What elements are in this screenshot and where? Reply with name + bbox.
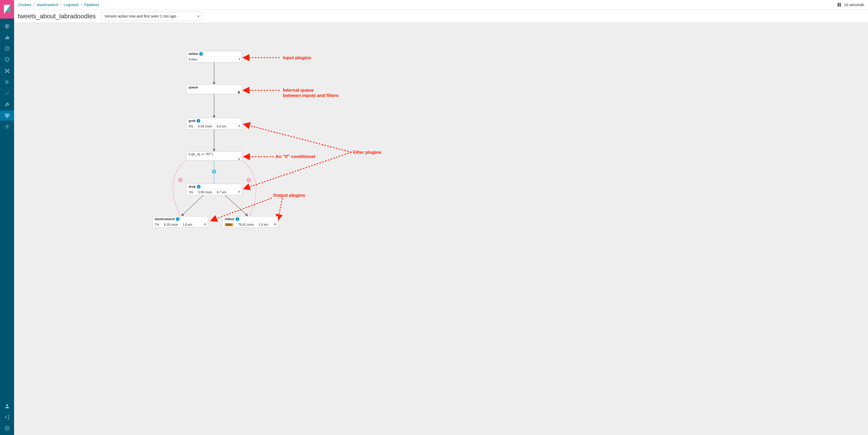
nav-monitoring[interactable]: [0, 111, 14, 121]
svg-rect-15: [6, 82, 9, 82]
node-twitter[interactable]: twitteri 6.0e/sI: [186, 51, 242, 62]
pause-button[interactable]: [838, 3, 841, 7]
nav-graph[interactable]: [0, 66, 14, 76]
node-elasticsearch[interactable]: elasticsearchi 7% 6.26 ms/e 1.6 e/s O: [152, 216, 208, 227]
crumb-pipelines[interactable]: Pipelines: [84, 3, 99, 7]
stat-eps: 1.6 e/s: [258, 223, 268, 226]
condition-type-icon: Y: [238, 157, 240, 161]
nav-management[interactable]: [0, 122, 14, 132]
stat-pct: 1%: [189, 190, 193, 194]
refresh-interval[interactable]: 10 seconds: [844, 2, 864, 7]
annotation-queue-2: between inputs and filters: [283, 93, 339, 98]
stat-pct: 86%: [225, 223, 233, 226]
svg-point-8: [7, 59, 8, 60]
svg-point-17: [5, 94, 6, 95]
node-grok[interactable]: groki 0% 0.08 ms/e 6.0 e/s T: [186, 118, 242, 129]
output-type-icon: O: [204, 222, 206, 226]
kibana-logo[interactable]: [0, 0, 14, 19]
nav-discover[interactable]: [0, 21, 14, 31]
info-icon[interactable]: i: [199, 52, 203, 56]
annotation-output: Output plugins: [273, 193, 305, 198]
filter-type-icon: T: [238, 124, 240, 127]
stat-ms: 0.08 ms/e: [198, 125, 212, 128]
filter-type-icon: T: [238, 190, 240, 193]
nav-security[interactable]: [0, 55, 14, 65]
input-type-icon: I: [239, 57, 240, 61]
node-title: drop: [189, 185, 196, 189]
svg-line-35: [244, 124, 351, 152]
svg-rect-3: [5, 37, 6, 39]
if-condition: if ([is_rt] == "RT"): [189, 152, 213, 156]
crumb-es[interactable]: elasticsearch: [37, 3, 58, 7]
svg-point-19: [7, 93, 8, 94]
topbar: Clusters/ elasticsearch/ Logstash/ Pipel…: [14, 0, 868, 9]
branch-false-icon: F: [178, 178, 183, 182]
output-type-icon: O: [274, 222, 276, 226]
edges-layer: [14, 23, 868, 435]
node-queue[interactable]: queue ≣: [186, 85, 242, 94]
breadcrumbs: Clusters/ elasticsearch/ Logstash/ Pipel…: [18, 3, 99, 7]
annotation-queue-1: Internal queue: [283, 88, 314, 93]
svg-point-18: [6, 92, 7, 93]
info-icon[interactable]: i: [176, 217, 180, 221]
stat-ms: 0.09 ms/e: [198, 190, 212, 194]
svg-point-9: [6, 70, 8, 72]
svg-point-20: [8, 92, 9, 92]
info-icon[interactable]: i: [236, 217, 239, 221]
svg-line-31: [181, 193, 205, 216]
node-title: elasticsearch: [155, 217, 175, 221]
info-icon[interactable]: i: [196, 119, 200, 123]
pipeline-canvas[interactable]: T F F twitteri 6.0e/sI queue ≣ groki 0% …: [14, 23, 868, 435]
node-title: stdout: [225, 217, 235, 221]
stat-pct: 0%: [189, 125, 193, 128]
svg-point-23: [6, 126, 8, 127]
node-title: queue: [189, 86, 198, 89]
nav-visualize[interactable]: [0, 32, 14, 42]
svg-line-32: [223, 193, 248, 216]
app-sidebar: [0, 0, 14, 435]
annotation-filter: Filter plugins: [353, 150, 381, 155]
annotation-if: An "if" conditional: [275, 154, 315, 159]
version-select-label: Version active now and first seen 1 min …: [105, 14, 176, 18]
info-icon[interactable]: i: [197, 185, 200, 189]
stat-eps: 1.6 e/s: [183, 223, 192, 226]
nav-user[interactable]: [0, 401, 14, 411]
nav-wrench[interactable]: [0, 99, 14, 110]
nav-collapse[interactable]: [0, 423, 14, 433]
svg-rect-16: [5, 83, 8, 83]
svg-marker-26: [7, 428, 8, 429]
nav-logout[interactable]: [0, 412, 14, 422]
branch-false-icon: F: [247, 178, 251, 182]
svg-rect-4: [7, 36, 7, 39]
branch-true-icon: T: [212, 169, 216, 174]
stat-ms: 6.26 ms/e: [164, 223, 178, 226]
nav-timelion[interactable]: [0, 43, 14, 54]
queue-type-icon: ≣: [238, 91, 240, 94]
svg-line-39: [278, 198, 282, 221]
svg-point-7: [6, 59, 7, 60]
version-select[interactable]: Version active now and first seen 1 min …: [101, 12, 202, 21]
pipeline-title: tweets_about_labradoodles: [18, 12, 96, 20]
node-if[interactable]: if ([is_rt] == "RT") Y: [186, 151, 242, 160]
stat-eps: 8.7 e/s: [217, 190, 226, 194]
node-stdout[interactable]: stdouti 86% 78.82 ms/e 1.6 e/s O: [222, 216, 278, 227]
svg-rect-5: [8, 37, 9, 39]
node-title: twitter: [189, 52, 198, 56]
crumb-clusters[interactable]: Clusters: [18, 3, 31, 7]
nav-devtools[interactable]: [0, 77, 14, 87]
svg-point-22: [8, 94, 8, 95]
node-drop[interactable]: dropi 1% 0.09 ms/e 8.7 e/s T: [186, 184, 242, 195]
stat-eps: 6.0e/s: [189, 58, 197, 61]
nav-ml[interactable]: [0, 88, 14, 98]
svg-point-21: [6, 93, 6, 94]
node-title: grok: [189, 119, 195, 123]
stat-ms: 78.82 ms/e: [238, 223, 254, 226]
annotation-input: Input plugins: [283, 55, 311, 61]
svg-point-24: [6, 404, 8, 406]
svg-rect-14: [5, 81, 8, 81]
svg-marker-2: [6, 26, 8, 27]
subheader: tweets_about_labradoodles Version active…: [14, 9, 868, 23]
stat-pct: 7%: [155, 223, 159, 226]
crumb-logstash[interactable]: Logstash: [64, 3, 79, 7]
stat-eps: 6.0 e/s: [217, 125, 226, 128]
